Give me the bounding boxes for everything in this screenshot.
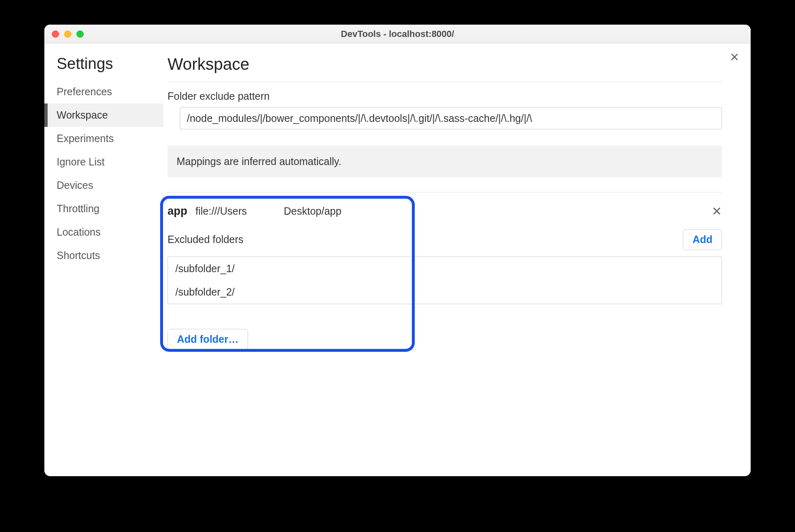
sidebar-item-workspace[interactable]: Workspace: [44, 103, 163, 127]
remove-folder-button[interactable]: ✕: [712, 205, 722, 218]
panel-title: Workspace: [168, 55, 722, 82]
workspace-panel: Workspace Folder exclude pattern Mapping…: [163, 44, 751, 476]
excluded-folder-item[interactable]: /subfolder_1/: [168, 257, 721, 280]
minimize-window-button[interactable]: [64, 30, 71, 38]
sidebar-item-preferences[interactable]: Preferences: [44, 80, 163, 103]
info-banner: Mappings are inferred automatically.: [168, 146, 722, 177]
maximize-window-button[interactable]: [76, 30, 84, 38]
close-settings-button[interactable]: ✕: [730, 52, 739, 63]
close-window-button[interactable]: [52, 30, 59, 38]
excluded-folders-row: Excluded folders Add: [168, 229, 722, 250]
sidebar-item-devices[interactable]: Devices: [44, 174, 163, 197]
excluded-folder-item[interactable]: /subfolder_2/: [168, 280, 721, 304]
exclude-pattern-label: Folder exclude pattern: [168, 90, 722, 102]
folder-head: app file:///Users Desktop/app ✕: [168, 205, 722, 218]
devtools-window: DevTools - localhost:8000/ ✕ Settings Pr…: [44, 25, 751, 476]
sidebar-item-throttling[interactable]: Throttling: [44, 197, 163, 220]
excluded-folders-list: /subfolder_1/ /subfolder_2/: [168, 257, 722, 304]
settings-sidebar: Settings Preferences Workspace Experimen…: [44, 44, 163, 476]
add-excluded-folder-button[interactable]: Add: [683, 229, 722, 250]
titlebar: DevTools - localhost:8000/: [44, 25, 751, 44]
traffic-lights: [52, 30, 84, 38]
window-title: DevTools - localhost:8000/: [44, 29, 751, 39]
add-folder-button[interactable]: Add folder…: [168, 329, 248, 350]
sidebar-item-ignore-list[interactable]: Ignore List: [44, 150, 163, 174]
folder-path-suffix: Desktop/app: [284, 205, 341, 217]
divider: [168, 192, 722, 193]
sidebar-item-experiments[interactable]: Experiments: [44, 127, 163, 150]
settings-title: Settings: [44, 55, 163, 80]
folder-path-prefix: file:///Users: [195, 205, 247, 217]
settings-body: ✕ Settings Preferences Workspace Experim…: [44, 44, 751, 476]
exclude-pattern-input[interactable]: [180, 107, 722, 129]
folder-name: app: [168, 205, 187, 218]
sidebar-item-shortcuts[interactable]: Shortcuts: [44, 244, 163, 267]
excluded-folders-label: Excluded folders: [168, 234, 244, 245]
workspace-folder-block: app file:///Users Desktop/app ✕ Excluded…: [168, 205, 722, 304]
sidebar-item-locations[interactable]: Locations: [44, 220, 163, 244]
